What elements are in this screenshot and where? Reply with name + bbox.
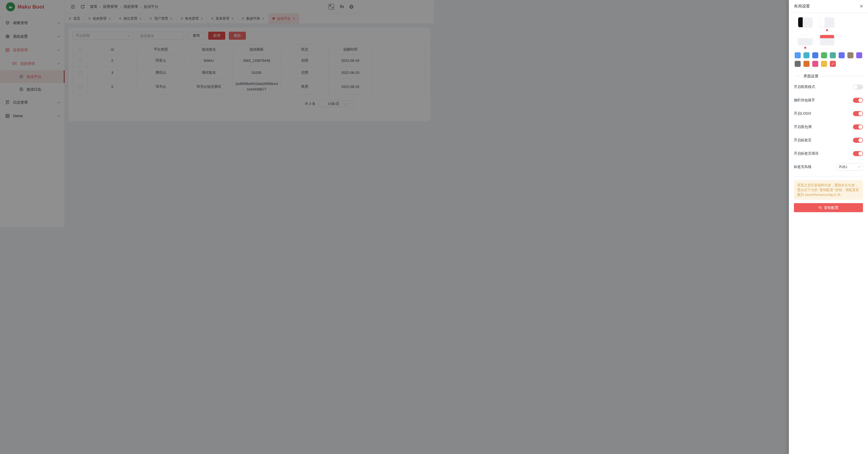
modal-overlay[interactable] xyxy=(0,0,434,227)
